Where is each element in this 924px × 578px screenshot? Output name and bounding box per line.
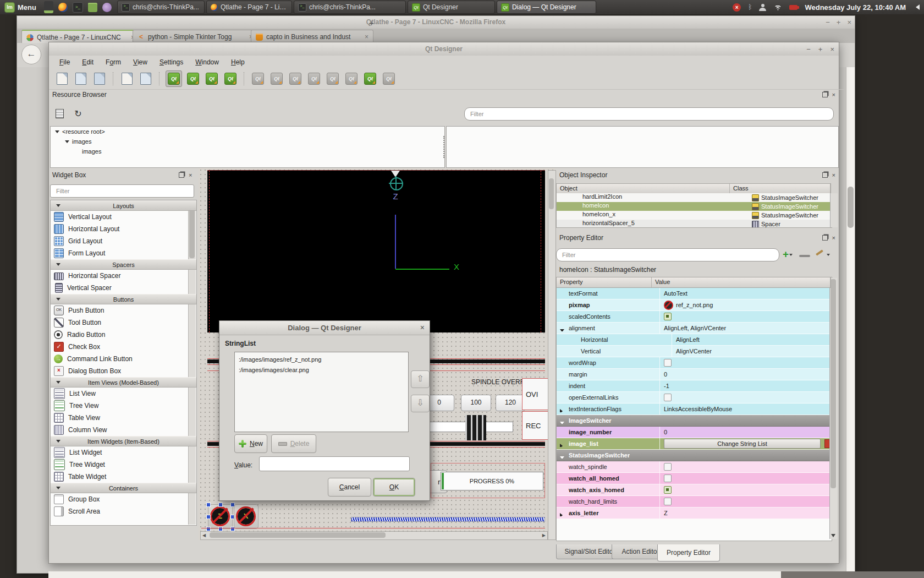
resource-tree[interactable]: <resource root>imagesimages <box>50 126 445 168</box>
layout-horizontal-icon[interactable]: Qt <box>269 71 284 86</box>
value-input[interactable] <box>259 456 410 471</box>
widget-box-list[interactable]: LayoutsVertical LayoutHorizontal LayoutG… <box>50 200 197 526</box>
configure-property-icon[interactable] <box>816 250 830 259</box>
property-value[interactable]: 0 <box>659 369 832 380</box>
checkbox-unchecked[interactable] <box>664 394 672 401</box>
object-inspector-scrollbar[interactable] <box>830 193 838 227</box>
property-value[interactable] <box>659 484 832 495</box>
adjust-size-icon[interactable]: Qt <box>250 71 266 86</box>
maximize-icon[interactable]: + <box>837 18 841 26</box>
copy-icon[interactable] <box>119 71 135 86</box>
widget-item[interactable]: Dialog Button Box <box>51 365 196 377</box>
form-horizontal-scrollbar[interactable]: ◀▶ <box>200 531 548 540</box>
object-inspector-row[interactable]: homeIconStatusImageSwitcher <box>557 202 832 211</box>
property-value[interactable]: AlignLeft, AlignVCenter <box>659 323 832 334</box>
property-filter-input[interactable] <box>556 248 779 261</box>
taskbar-window-button[interactable]: QtDialog — Qt Designer <box>497 1 596 14</box>
widget-item[interactable]: Column View <box>51 424 196 436</box>
add-property-icon[interactable]: + <box>780 248 795 261</box>
scrollbar-thumb[interactable] <box>189 209 195 258</box>
property-value[interactable] <box>659 392 832 403</box>
property-editor-scrollbar[interactable] <box>829 278 837 539</box>
widget-item[interactable]: Tool Button <box>51 317 196 329</box>
widget-item[interactable]: Group Box <box>51 493 196 505</box>
layout-grid-icon[interactable]: Qt <box>344 71 359 86</box>
new-form-icon[interactable] <box>54 71 70 86</box>
widget-section-header[interactable]: Buttons <box>51 294 196 304</box>
float-icon[interactable] <box>822 235 828 241</box>
property-row[interactable]: watch_all_homed <box>557 473 832 484</box>
widget-item[interactable]: Vertical Spacer <box>51 282 196 294</box>
widget-item[interactable]: Radio Button <box>51 329 196 341</box>
widget-section-header[interactable]: Item Views (Model-Based) <box>51 377 196 388</box>
chevron-down-icon[interactable] <box>560 329 564 331</box>
widget-item[interactable]: Table Widget <box>51 471 196 483</box>
property-editor-dock-buttons[interactable]: × <box>822 235 835 241</box>
property-table[interactable]: textFormatAutoTextpixmapref_z_not.pngsca… <box>556 277 832 541</box>
volume-icon[interactable] <box>913 4 920 10</box>
scrollbar-thumb[interactable] <box>210 532 386 538</box>
firefox-window-controls[interactable]: −+× <box>826 16 851 29</box>
close-icon[interactable]: × <box>365 33 369 41</box>
property-row[interactable]: textFormatAutoText <box>557 288 832 299</box>
widget-item[interactable]: Push Button <box>51 304 196 317</box>
selection-handle[interactable] <box>218 503 223 507</box>
change-string-list-button[interactable]: Change String List <box>664 439 821 449</box>
close-icon[interactable]: × <box>420 321 425 335</box>
widget-box-scrollbar[interactable] <box>188 201 196 525</box>
clock[interactable]: Wednesday July 22, 10:40 AM <box>805 3 906 12</box>
new-tab-button[interactable]: + <box>369 18 374 28</box>
widget-section-header[interactable]: Layouts <box>51 200 196 211</box>
layout-splitter-v-icon[interactable]: Qt <box>325 71 340 86</box>
layout-vertical-icon[interactable]: Qt <box>288 71 303 86</box>
firefox-icon[interactable] <box>58 3 68 12</box>
property-row[interactable]: image_number0 <box>557 427 832 438</box>
edit-buddies-icon[interactable]: Qt <box>204 71 219 86</box>
float-icon[interactable] <box>179 172 184 178</box>
chevron-down-icon[interactable] <box>65 140 69 143</box>
property-value[interactable]: Z <box>659 508 832 519</box>
property-value[interactable]: AlignVCenter <box>672 346 832 357</box>
move-down-button[interactable]: ⇩ <box>411 395 430 412</box>
widget-item[interactable]: Vertical Layout <box>51 211 196 223</box>
scrollbar-thumb[interactable] <box>848 187 854 228</box>
chevron-right-icon[interactable] <box>560 513 563 516</box>
save-form-icon[interactable] <box>92 71 107 86</box>
messenger-icon[interactable] <box>102 3 112 12</box>
back-button[interactable]: ← <box>21 45 41 64</box>
property-row[interactable]: textInteractionFlagsLinksAccessibleByMou… <box>557 403 832 415</box>
edit-widgets-icon[interactable]: Qt <box>166 70 182 87</box>
status-image-widget[interactable]: X <box>234 504 258 529</box>
property-value[interactable]: AlignLeft <box>672 334 832 345</box>
minimize-icon[interactable]: − <box>826 18 830 26</box>
widget-item[interactable]: Tree Widget <box>51 459 196 471</box>
security-shield-icon[interactable]: × <box>733 3 741 12</box>
widget-item[interactable]: Horizontal Spacer <box>51 270 196 282</box>
property-row[interactable]: scaledContents <box>557 311 832 323</box>
object-inspector-columns[interactable]: Object Class <box>556 183 831 194</box>
firefox-scrollbar[interactable] <box>846 67 855 573</box>
menu-item-window[interactable]: Window <box>190 57 224 67</box>
resource-browser-dock-buttons[interactable]: × <box>822 92 835 97</box>
widget-item[interactable]: Check Box <box>51 341 196 353</box>
close-icon[interactable]: × <box>830 45 834 53</box>
object-inspector-dock-buttons[interactable]: × <box>822 172 835 178</box>
taskbar-window-button[interactable]: >_chris@chris-ThinkPa... <box>294 1 406 14</box>
property-row[interactable]: margin0 <box>557 369 832 380</box>
taskbar-window-button[interactable]: Qtlathe - Page 7 - Lin... <box>206 1 292 14</box>
open-form-icon[interactable] <box>73 71 89 86</box>
checkbox-unchecked[interactable] <box>664 498 672 505</box>
delete-button[interactable]: Delete <box>271 434 316 453</box>
widget-item[interactable]: Horizontal Layout <box>51 223 196 235</box>
property-value[interactable] <box>659 311 832 322</box>
maximize-icon[interactable]: + <box>818 45 823 53</box>
widget-item[interactable]: Form Layout <box>51 247 196 259</box>
object-inspector-row[interactable]: hardLimit2IconStatusImageSwitcher <box>557 193 832 202</box>
menu-item-help[interactable]: Help <box>226 57 250 67</box>
scrollbar-thumb[interactable] <box>549 178 554 209</box>
menu-item-edit[interactable]: Edit <box>77 57 98 67</box>
override-button[interactable]: 120 <box>496 395 525 411</box>
object-inspector-rows[interactable]: hardLimit2IconStatusImageSwitcherhomeIco… <box>556 193 832 228</box>
bluetooth-icon[interactable]: ᛒ <box>748 3 752 11</box>
float-icon[interactable] <box>822 172 828 178</box>
